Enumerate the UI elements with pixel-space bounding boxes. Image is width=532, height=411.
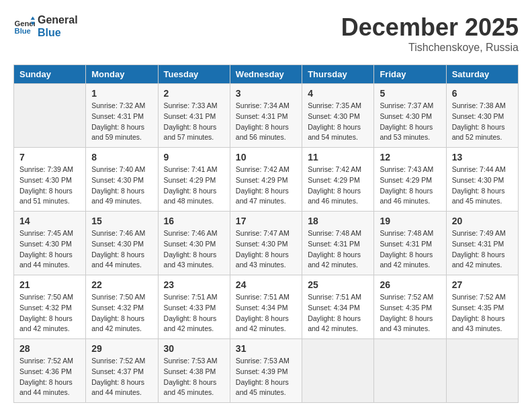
header-day-saturday: Saturday bbox=[446, 65, 518, 84]
day-info: Sunrise: 7:43 AM Sunset: 4:29 PM Dayligh… bbox=[380, 165, 440, 207]
day-info: Sunrise: 7:38 AM Sunset: 4:30 PM Dayligh… bbox=[452, 101, 513, 143]
day-number: 1 bbox=[91, 88, 152, 99]
day-number: 22 bbox=[91, 279, 152, 290]
header: General Blue General Blue December 2025 … bbox=[13, 13, 519, 54]
day-number: 12 bbox=[380, 152, 440, 163]
day-cell: 7Sunrise: 7:39 AM Sunset: 4:30 PM Daylig… bbox=[14, 148, 86, 212]
header-day-friday: Friday bbox=[374, 65, 446, 84]
day-info: Sunrise: 7:45 AM Sunset: 4:30 PM Dayligh… bbox=[19, 228, 80, 271]
day-number: 18 bbox=[308, 216, 368, 226]
day-number: 10 bbox=[236, 152, 296, 163]
day-number: 8 bbox=[91, 152, 152, 163]
day-cell: 12Sunrise: 7:43 AM Sunset: 4:29 PM Dayli… bbox=[374, 148, 446, 212]
day-number: 15 bbox=[91, 216, 152, 226]
day-info: Sunrise: 7:46 AM Sunset: 4:30 PM Dayligh… bbox=[164, 228, 224, 271]
day-info: Sunrise: 7:37 AM Sunset: 4:30 PM Dayligh… bbox=[380, 101, 440, 143]
day-info: Sunrise: 7:52 AM Sunset: 4:35 PM Dayligh… bbox=[452, 292, 513, 334]
day-number: 6 bbox=[452, 88, 513, 99]
day-cell: 18Sunrise: 7:48 AM Sunset: 4:31 PM Dayli… bbox=[302, 212, 374, 275]
day-cell: 13Sunrise: 7:44 AM Sunset: 4:30 PM Dayli… bbox=[446, 148, 518, 212]
day-number: 16 bbox=[164, 216, 224, 226]
logo-icon: General Blue bbox=[13, 15, 35, 37]
day-info: Sunrise: 7:35 AM Sunset: 4:30 PM Dayligh… bbox=[308, 101, 368, 143]
day-cell: 15Sunrise: 7:46 AM Sunset: 4:30 PM Dayli… bbox=[86, 212, 158, 275]
day-cell: 14Sunrise: 7:45 AM Sunset: 4:30 PM Dayli… bbox=[14, 212, 86, 275]
day-number: 4 bbox=[308, 88, 368, 99]
day-info: Sunrise: 7:50 AM Sunset: 4:32 PM Dayligh… bbox=[91, 292, 152, 334]
day-cell: 16Sunrise: 7:46 AM Sunset: 4:30 PM Dayli… bbox=[158, 212, 230, 275]
day-cell bbox=[14, 84, 86, 148]
day-cell: 28Sunrise: 7:52 AM Sunset: 4:36 PM Dayli… bbox=[14, 339, 86, 403]
day-number: 11 bbox=[308, 152, 368, 163]
day-cell: 19Sunrise: 7:48 AM Sunset: 4:31 PM Dayli… bbox=[374, 212, 446, 275]
day-info: Sunrise: 7:53 AM Sunset: 4:39 PM Dayligh… bbox=[236, 356, 296, 398]
day-cell bbox=[302, 339, 374, 403]
svg-marker-2 bbox=[31, 17, 35, 20]
day-info: Sunrise: 7:41 AM Sunset: 4:29 PM Dayligh… bbox=[164, 165, 224, 207]
day-info: Sunrise: 7:53 AM Sunset: 4:38 PM Dayligh… bbox=[164, 356, 224, 398]
day-cell: 26Sunrise: 7:52 AM Sunset: 4:35 PM Dayli… bbox=[374, 275, 446, 339]
day-number: 2 bbox=[164, 88, 224, 99]
calendar-table: SundayMondayTuesdayWednesdayThursdayFrid… bbox=[13, 64, 519, 403]
day-info: Sunrise: 7:42 AM Sunset: 4:29 PM Dayligh… bbox=[308, 165, 368, 207]
logo-line2: Blue bbox=[38, 26, 78, 39]
day-cell: 6Sunrise: 7:38 AM Sunset: 4:30 PM Daylig… bbox=[446, 84, 518, 148]
day-number: 27 bbox=[452, 279, 513, 290]
day-info: Sunrise: 7:52 AM Sunset: 4:37 PM Dayligh… bbox=[91, 356, 152, 398]
day-info: Sunrise: 7:52 AM Sunset: 4:35 PM Dayligh… bbox=[380, 292, 440, 334]
day-info: Sunrise: 7:51 AM Sunset: 4:34 PM Dayligh… bbox=[236, 292, 296, 334]
day-cell: 31Sunrise: 7:53 AM Sunset: 4:39 PM Dayli… bbox=[230, 339, 302, 403]
day-info: Sunrise: 7:34 AM Sunset: 4:31 PM Dayligh… bbox=[236, 101, 296, 143]
day-number: 19 bbox=[380, 216, 440, 226]
location: Tishchenskoye, Russia bbox=[341, 42, 519, 54]
svg-text:Blue: Blue bbox=[15, 27, 31, 35]
day-info: Sunrise: 7:49 AM Sunset: 4:31 PM Dayligh… bbox=[452, 228, 513, 271]
header-day-wednesday: Wednesday bbox=[230, 65, 302, 84]
day-number: 9 bbox=[164, 152, 224, 163]
day-info: Sunrise: 7:46 AM Sunset: 4:30 PM Dayligh… bbox=[91, 228, 152, 271]
month-title: December 2025 bbox=[341, 13, 519, 42]
day-cell: 10Sunrise: 7:42 AM Sunset: 4:29 PM Dayli… bbox=[230, 148, 302, 212]
week-row-5: 28Sunrise: 7:52 AM Sunset: 4:36 PM Dayli… bbox=[14, 339, 519, 403]
day-cell: 17Sunrise: 7:47 AM Sunset: 4:30 PM Dayli… bbox=[230, 212, 302, 275]
day-info: Sunrise: 7:51 AM Sunset: 4:33 PM Dayligh… bbox=[164, 292, 224, 334]
day-number: 26 bbox=[380, 279, 440, 290]
week-row-4: 21Sunrise: 7:50 AM Sunset: 4:32 PM Dayli… bbox=[14, 275, 519, 339]
day-cell: 11Sunrise: 7:42 AM Sunset: 4:29 PM Dayli… bbox=[302, 148, 374, 212]
day-info: Sunrise: 7:52 AM Sunset: 4:36 PM Dayligh… bbox=[19, 356, 80, 398]
day-info: Sunrise: 7:44 AM Sunset: 4:30 PM Dayligh… bbox=[452, 165, 513, 207]
header-day-thursday: Thursday bbox=[302, 65, 374, 84]
day-cell: 4Sunrise: 7:35 AM Sunset: 4:30 PM Daylig… bbox=[302, 84, 374, 148]
day-number: 31 bbox=[236, 343, 296, 354]
day-number: 25 bbox=[308, 279, 368, 290]
day-info: Sunrise: 7:50 AM Sunset: 4:32 PM Dayligh… bbox=[19, 292, 80, 334]
day-cell: 30Sunrise: 7:53 AM Sunset: 4:38 PM Dayli… bbox=[158, 339, 230, 403]
day-cell: 9Sunrise: 7:41 AM Sunset: 4:29 PM Daylig… bbox=[158, 148, 230, 212]
day-cell: 21Sunrise: 7:50 AM Sunset: 4:32 PM Dayli… bbox=[14, 275, 86, 339]
day-cell: 27Sunrise: 7:52 AM Sunset: 4:35 PM Dayli… bbox=[446, 275, 518, 339]
logo: General Blue General Blue bbox=[13, 13, 78, 39]
day-number: 13 bbox=[452, 152, 513, 163]
header-row: SundayMondayTuesdayWednesdayThursdayFrid… bbox=[14, 65, 519, 84]
day-number: 20 bbox=[452, 216, 513, 226]
day-info: Sunrise: 7:42 AM Sunset: 4:29 PM Dayligh… bbox=[236, 165, 296, 207]
day-number: 21 bbox=[19, 279, 80, 290]
day-cell: 2Sunrise: 7:33 AM Sunset: 4:31 PM Daylig… bbox=[158, 84, 230, 148]
day-info: Sunrise: 7:39 AM Sunset: 4:30 PM Dayligh… bbox=[19, 165, 80, 207]
day-cell: 29Sunrise: 7:52 AM Sunset: 4:37 PM Dayli… bbox=[86, 339, 158, 403]
header-day-tuesday: Tuesday bbox=[158, 65, 230, 84]
day-number: 3 bbox=[236, 88, 296, 99]
day-info: Sunrise: 7:48 AM Sunset: 4:31 PM Dayligh… bbox=[308, 228, 368, 271]
day-number: 7 bbox=[19, 152, 80, 163]
day-info: Sunrise: 7:33 AM Sunset: 4:31 PM Dayligh… bbox=[164, 101, 224, 143]
day-cell bbox=[446, 339, 518, 403]
week-row-3: 14Sunrise: 7:45 AM Sunset: 4:30 PM Dayli… bbox=[14, 212, 519, 275]
header-day-sunday: Sunday bbox=[14, 65, 86, 84]
day-number: 28 bbox=[19, 343, 80, 354]
day-info: Sunrise: 7:32 AM Sunset: 4:31 PM Dayligh… bbox=[91, 101, 152, 143]
day-number: 23 bbox=[164, 279, 224, 290]
day-info: Sunrise: 7:40 AM Sunset: 4:30 PM Dayligh… bbox=[91, 165, 152, 207]
logo-line1: General bbox=[38, 13, 78, 26]
title-area: December 2025 Tishchenskoye, Russia bbox=[341, 13, 519, 54]
day-cell bbox=[374, 339, 446, 403]
